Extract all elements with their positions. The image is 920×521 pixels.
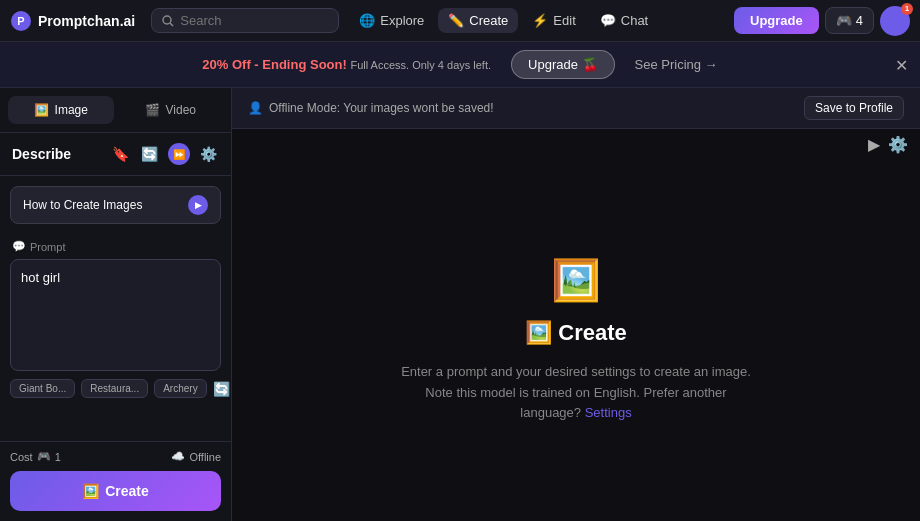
promo-banner: 20% Off - Ending Soon! Full Access. Only…	[0, 42, 920, 88]
video-tab-icon: 🎬	[145, 103, 160, 117]
settings-button[interactable]: ⚙️	[198, 144, 219, 164]
settings-link[interactable]: Settings	[585, 405, 632, 420]
create-desc-text: Enter a prompt and your desired settings…	[401, 364, 751, 421]
how-to-create-button[interactable]: How to Create Images ▶	[10, 186, 221, 224]
save-to-profile-button[interactable]: Save to Profile	[804, 96, 904, 120]
create-center-icon: 🖼️	[551, 257, 601, 304]
explore-icon: 🌐	[359, 13, 375, 28]
cost-label: Cost	[10, 451, 33, 463]
svg-text:P: P	[17, 15, 24, 27]
cost-icon: 🎮	[37, 450, 51, 463]
main-layout: 🖼️ Image 🎬 Video Describe 🔖 🔄 ⏩ ⚙️ How t…	[0, 88, 920, 521]
create-btn-label: Create	[105, 483, 149, 499]
banner-close-button[interactable]: ✕	[895, 55, 908, 74]
nav-label-create: Create	[469, 13, 508, 28]
credits-icon: 🎮	[836, 13, 852, 28]
banner-content: 20% Off - Ending Soon! Full Access. Only…	[202, 57, 491, 72]
nav-item-create[interactable]: ✏️ Create	[438, 8, 518, 33]
banner-text: 20% Off - Ending Soon!	[202, 57, 350, 72]
content-settings-button[interactable]: ⚙️	[888, 135, 908, 154]
tag-1[interactable]: Restaura...	[81, 379, 148, 398]
create-icon: ✏️	[448, 13, 464, 28]
describe-actions: 🔖 🔄 ⏩ ⚙️	[110, 143, 219, 165]
tag-2[interactable]: Archery	[154, 379, 206, 398]
nav-label-edit: Edit	[553, 13, 575, 28]
offline-label: Offline	[189, 451, 221, 463]
prompt-label-text: Prompt	[30, 241, 65, 253]
prompt-icon: 💬	[12, 240, 26, 253]
create-center-title: 🖼️ Create	[525, 320, 627, 346]
nav-item-explore[interactable]: 🌐 Explore	[349, 8, 434, 33]
describe-header: Describe 🔖 🔄 ⏩ ⚙️	[0, 133, 231, 176]
create-description: Enter a prompt and your desired settings…	[396, 362, 756, 424]
credits-count: 4	[856, 13, 863, 28]
tab-image[interactable]: 🖼️ Image	[8, 96, 114, 124]
fast-forward-button[interactable]: ⏩	[168, 143, 190, 165]
content-tools: ▶ ⚙️	[232, 129, 920, 160]
how-to-label: How to Create Images	[23, 198, 142, 212]
nav-item-chat[interactable]: 💬 Chat	[590, 8, 658, 33]
offline-bar: 👤 Offline Mode: Your images wont be save…	[232, 88, 920, 129]
tag-0[interactable]: Giant Bo...	[10, 379, 75, 398]
search-icon	[162, 15, 174, 27]
edit-icon: ⚡	[532, 13, 548, 28]
chat-icon: 💬	[600, 13, 616, 28]
nav-item-edit[interactable]: ⚡ Edit	[522, 8, 585, 33]
credits-button[interactable]: 🎮 4	[825, 7, 874, 34]
bottom-bar: Cost 🎮 1 ☁️ Offline	[0, 441, 231, 471]
image-tab-label: Image	[55, 103, 88, 117]
tags-row: Giant Bo... Restaura... Archery 🔄	[0, 371, 231, 406]
prompt-textarea[interactable]: hot girl	[10, 259, 221, 371]
tab-video[interactable]: 🎬 Video	[118, 96, 224, 124]
nav-label-chat: Chat	[621, 13, 648, 28]
avatar[interactable]: 1	[880, 6, 910, 36]
banner-upgrade-button[interactable]: Upgrade 🍒	[511, 50, 614, 79]
cost-value: 1	[55, 451, 61, 463]
banner-pricing-link[interactable]: See Pricing →	[635, 57, 718, 72]
video-tab-label: Video	[166, 103, 196, 117]
offline-msg-text: Offline Mode: Your images wont be saved!	[269, 101, 494, 115]
banner-sub: Full Access. Only 4 days left.	[350, 59, 491, 71]
cost-badge: Cost 🎮 1	[10, 450, 61, 463]
banner-title: 20% Off - Ending Soon!	[202, 57, 346, 72]
create-button[interactable]: 🖼️ Create	[10, 471, 221, 511]
logo-text: Promptchan.ai	[38, 13, 135, 29]
logo-icon: P	[10, 10, 32, 32]
nav-items: 🌐 Explore ✏️ Create ⚡ Edit 💬 Chat	[349, 8, 658, 33]
offline-msg-icon: 👤	[248, 101, 263, 115]
nav-label-explore: Explore	[380, 13, 424, 28]
upgrade-button[interactable]: Upgrade	[734, 7, 819, 34]
tag-refresh-button[interactable]: 🔄	[213, 381, 230, 397]
sidebar-tabs: 🖼️ Image 🎬 Video	[0, 88, 231, 133]
svg-line-3	[170, 23, 173, 26]
offline-icon: ☁️	[171, 450, 185, 463]
content-area: 👤 Offline Mode: Your images wont be save…	[232, 88, 920, 521]
play-icon: ▶	[188, 195, 208, 215]
create-btn-icon: 🖼️	[82, 483, 99, 499]
offline-badge: ☁️ Offline	[171, 450, 221, 463]
navbar: P Promptchan.ai 🌐 Explore ✏️ Create ⚡ Ed…	[0, 0, 920, 42]
logo[interactable]: P Promptchan.ai	[10, 10, 135, 32]
offline-message: 👤 Offline Mode: Your images wont be save…	[248, 101, 494, 115]
refresh-button[interactable]: 🔄	[139, 144, 160, 164]
describe-title: Describe	[12, 146, 71, 162]
sidebar: 🖼️ Image 🎬 Video Describe 🔖 🔄 ⏩ ⚙️ How t…	[0, 88, 232, 521]
image-tab-icon: 🖼️	[34, 103, 49, 117]
expand-button[interactable]: ▶	[868, 135, 880, 154]
svg-point-2	[163, 16, 171, 24]
create-center: 🖼️ 🖼️ Create Enter a prompt and your des…	[232, 160, 920, 521]
avatar-badge: 1	[901, 3, 913, 15]
bookmark-button[interactable]: 🔖	[110, 144, 131, 164]
search-bar[interactable]	[151, 8, 339, 33]
search-input[interactable]	[180, 13, 310, 28]
prompt-label: 💬 Prompt	[0, 234, 231, 259]
